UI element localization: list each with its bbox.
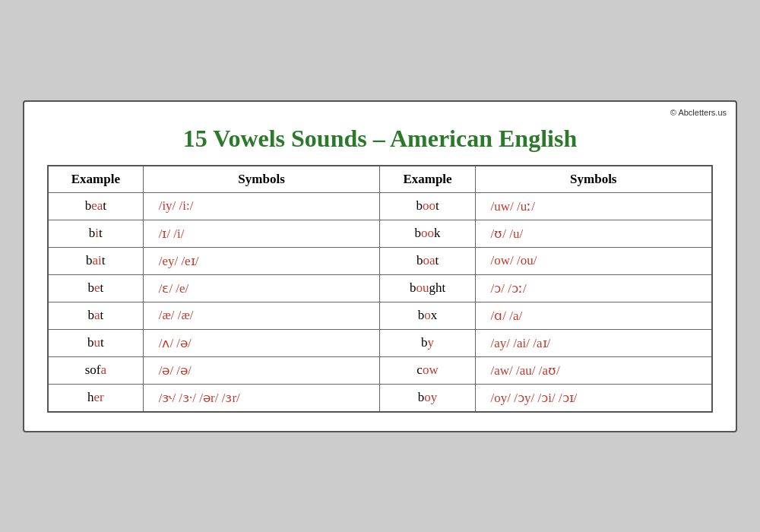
table-row: her/ɝ/ /ɜ·/ /ər/ /ɜr/boy/oy/ /ɔy/ /ɔi/ /… [48, 384, 712, 412]
example-cell-right: cow [380, 356, 475, 384]
table-row: bait/ey/ /eɪ/boat/ow/ /ou/ [48, 247, 712, 274]
symbols-cell-left: /ɛ/ /e/ [143, 274, 380, 302]
table-row: but/ʌ/ /ə/by/ay/ /ai/ /aɪ/ [48, 329, 712, 356]
symbols-cell-right: /ɑ/ /a/ [475, 302, 712, 329]
vowels-table: Example Symbols Example Symbols beat/iy/… [47, 165, 713, 413]
example-cell-left: but [48, 329, 143, 356]
example-cell-left: bit [48, 220, 143, 247]
symbols-cell-right: /ʊ/ /u/ [475, 220, 712, 247]
example-cell-right: boat [380, 247, 475, 274]
symbols-cell-right: /ow/ /ou/ [475, 247, 712, 274]
example-cell-left: bat [48, 302, 143, 329]
table-row: bit/ɪ/ /i/book/ʊ/ /u/ [48, 220, 712, 247]
symbols-cell-right: /aw/ /au/ /aʊ/ [475, 356, 712, 384]
page-title: 15 Vowels Sounds – American English [47, 125, 713, 153]
symbols-cell-left: /ʌ/ /ə/ [143, 329, 380, 356]
table-row: beat/iy/ /i:/boot/uw/ /uː/ [48, 192, 712, 220]
example-cell-left: bait [48, 247, 143, 274]
header-example-right: Example [380, 166, 475, 193]
symbols-cell-left: /ə/ /ə/ [143, 356, 380, 384]
example-cell-left: bet [48, 274, 143, 302]
copyright-text: © Abcletters.us [670, 108, 727, 117]
symbols-cell-right: /ɔ/ /ɔː/ [475, 274, 712, 302]
example-cell-right: box [380, 302, 475, 329]
example-cell-left: beat [48, 192, 143, 220]
example-cell-right: boot [380, 192, 475, 220]
symbols-cell-right: /ay/ /ai/ /aɪ/ [475, 329, 712, 356]
symbols-cell-left: /ey/ /eɪ/ [143, 247, 380, 274]
main-card: © Abcletters.us 15 Vowels Sounds – Ameri… [23, 100, 737, 432]
symbols-cell-left: /ɝ/ /ɜ·/ /ər/ /ɜr/ [143, 384, 380, 412]
table-body: beat/iy/ /i:/boot/uw/ /uː/bit/ɪ/ /i/book… [48, 192, 712, 412]
example-cell-right: boy [380, 384, 475, 412]
symbols-cell-left: /æ/ /æ/ [143, 302, 380, 329]
header-symbols-left: Symbols [143, 166, 380, 193]
symbols-cell-left: /iy/ /i:/ [143, 192, 380, 220]
table-row: sofa/ə/ /ə/cow/aw/ /au/ /aʊ/ [48, 356, 712, 384]
example-cell-left: sofa [48, 356, 143, 384]
symbols-cell-left: /ɪ/ /i/ [143, 220, 380, 247]
symbols-cell-right: /oy/ /ɔy/ /ɔi/ /ɔɪ/ [475, 384, 712, 412]
example-cell-right: by [380, 329, 475, 356]
table-row: bet/ɛ/ /e/bought/ɔ/ /ɔː/ [48, 274, 712, 302]
header-symbols-right: Symbols [475, 166, 712, 193]
symbols-cell-right: /uw/ /uː/ [475, 192, 712, 220]
header-example-left: Example [48, 166, 143, 193]
example-cell-right: book [380, 220, 475, 247]
example-cell-left: her [48, 384, 143, 412]
example-cell-right: bought [380, 274, 475, 302]
table-row: bat/æ/ /æ/box/ɑ/ /a/ [48, 302, 712, 329]
table-header-row: Example Symbols Example Symbols [48, 166, 712, 193]
